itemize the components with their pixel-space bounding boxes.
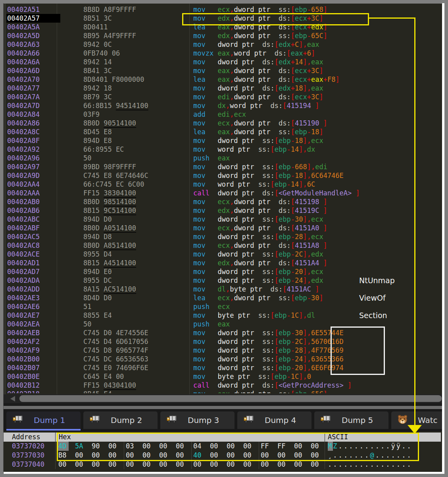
instruction-token: eax bbox=[217, 128, 230, 136]
disasm-row[interactable]: 00402A6D8B41 3Cmov eax,dword ptr ds:[ecx… bbox=[4, 66, 443, 75]
instruction-token: eax bbox=[311, 75, 323, 83]
instruction-token: - bbox=[291, 215, 295, 223]
disasm-row[interactable]: 00402A8F894D E8mov dword ptr ss:[ebp-18]… bbox=[4, 136, 443, 145]
disasm-row[interactable]: 00402A9DC745 E8 6E74646Cmov dword ptr ss… bbox=[4, 171, 443, 180]
instruction-token: ] bbox=[303, 276, 307, 284]
disasm-row[interactable]: 00402A868B0D 90514100mov ecx,dword ptr d… bbox=[4, 119, 443, 127]
disasm-row[interactable]: 00402AC88B0D A8514100mov ecx,dword ptr d… bbox=[4, 241, 443, 250]
hex-byte[interactable]: 00 bbox=[125, 460, 136, 469]
hex-byte[interactable]: 00 bbox=[242, 460, 254, 469]
instruction-token: [ bbox=[275, 364, 279, 372]
instruction-cell: mov dword ptr ss:[ebp-18],ecx bbox=[193, 136, 323, 145]
disasm-row[interactable]: 00402AA466:C745 EC 6C00mov word ptr ss:[… bbox=[4, 180, 443, 189]
hex-byte[interactable]: 00 bbox=[276, 460, 288, 469]
disasm-row[interactable]: 00402A9266:8955 ECmov word ptr ss:[ebp-1… bbox=[4, 145, 443, 154]
underlined-bytes: 04304100 bbox=[104, 381, 136, 389]
instruction-token: 14 bbox=[291, 145, 299, 153]
disasm-row[interactable]: 00402ACE8955 D4mov dword ptr ss:[ebp-2C]… bbox=[4, 250, 443, 259]
disasm-row[interactable]: 00402AE38D4D D0lea ecx,dword ptr ss:[ebp… bbox=[4, 294, 443, 302]
disasm-row[interactable]: 00402ADD8A15 AC514100mov dl,byte ptr ds:… bbox=[4, 285, 443, 294]
hex-byte[interactable]: 00 bbox=[107, 460, 119, 469]
hex-byte[interactable]: 00 bbox=[158, 460, 169, 469]
instruction-cell: mov dword ptr ss:[ebp-668],edi bbox=[193, 162, 327, 171]
instruction-token: ebp bbox=[279, 250, 291, 258]
bytes-cell: 8B8D A8F9FFFF bbox=[83, 5, 136, 14]
disasm-row[interactable]: 00402ABC894D D0mov dword ptr ss:[ebp-30]… bbox=[4, 215, 443, 224]
instruction-token: [ bbox=[275, 268, 279, 276]
hex-byte[interactable]: 00 bbox=[293, 460, 304, 469]
ascii-char: . bbox=[407, 460, 412, 469]
disasm-row[interactable]: 00402A9789BD 98F9FFFFmov dword ptr ss:[e… bbox=[4, 162, 443, 171]
disasm-row[interactable]: 00402ABF8B0D A0514100mov ecx,dword ptr d… bbox=[4, 224, 443, 232]
disasm-row[interactable]: 00402AB08B0D 98514100mov ecx,dword ptr d… bbox=[4, 197, 443, 206]
instruction-token: <GetProcAddress> bbox=[279, 381, 348, 389]
disasm-row[interactable]: 00402A638942 0Cmov dword ptr ds:[edx+C],… bbox=[4, 40, 443, 49]
disasm-row[interactable]: 00402A778942 18mov dword ptr ds:[edx+18]… bbox=[4, 84, 443, 93]
disasm-row[interactable]: 00402B188B45 E4mov eax,dword ptr ss:[ebp… bbox=[4, 390, 443, 393]
hex-byte[interactable]: 00 bbox=[57, 460, 69, 469]
instruction-token: mov bbox=[193, 241, 217, 249]
instruction-token: [ bbox=[291, 224, 295, 232]
hex-byte[interactable]: 00 bbox=[175, 460, 186, 469]
disasm-row[interactable]: 00402AD18B15 A4514100mov edx,dword ptr d… bbox=[4, 259, 443, 267]
dump-row[interactable]: 0373704000000000000000000000000000000000… bbox=[4, 460, 443, 469]
instruction-token: dword ptr bbox=[217, 276, 262, 284]
disasm-row[interactable]: 00402AE651push ecx bbox=[4, 302, 443, 311]
address-cell: 00402A5D bbox=[7, 31, 58, 40]
disasm-row[interactable]: 00402AAAFF15 38304100call dword ptr ds:[… bbox=[4, 189, 443, 197]
instruction-token: ebp bbox=[279, 355, 291, 363]
disasm-row[interactable]: 00402AD7894D E0mov dword ptr ss:[ebp-20]… bbox=[4, 267, 443, 276]
hex-byte[interactable]: 00 bbox=[209, 460, 220, 469]
hex-byte[interactable]: 00 bbox=[225, 460, 237, 469]
tab-dump-4[interactable]: Dump 4 bbox=[237, 411, 311, 429]
instruction-token: - bbox=[307, 294, 311, 302]
instruction-token: push bbox=[193, 320, 217, 328]
disasm-row[interactable]: 00402A9650push eax bbox=[4, 154, 443, 162]
hex-byte[interactable]: 00 bbox=[310, 460, 321, 469]
disasm-row[interactable]: 00402A7A8B79 3Cmov edi,dword ptr ds:[ecx… bbox=[4, 93, 443, 101]
horizontal-scrollbar[interactable] bbox=[4, 394, 443, 403]
hex-byte[interactable]: 00 bbox=[192, 460, 204, 469]
tab-dump-2[interactable]: Dump 2 bbox=[83, 411, 158, 429]
hex-byte[interactable]: 00 bbox=[260, 460, 271, 469]
disasm-row[interactable]: 00402A518B8D A8F9FFFFmov ecx,dword ptr s… bbox=[4, 5, 443, 14]
scroll-thumb[interactable] bbox=[19, 395, 442, 402]
disasm-row[interactable]: 00402A7D66:8B15 94514100mov dx,word ptr … bbox=[4, 101, 443, 110]
disasm-row[interactable]: 00402A708D8401 F8000000lea eax,dword ptr… bbox=[4, 75, 443, 84]
instruction-token: - bbox=[291, 172, 295, 180]
disasm-row[interactable]: 00402A8403F9add edi,ecx bbox=[4, 110, 443, 119]
instruction-token: ebp bbox=[279, 329, 291, 337]
tab-dump-1[interactable]: Dump 1 bbox=[6, 411, 81, 429]
instruction-cell: mov dword ptr ss:[ebp-30],6E55744E bbox=[193, 328, 344, 337]
disasm-row[interactable]: 00402AB68B15 9C514100mov edx,dword ptr d… bbox=[4, 206, 443, 215]
disasm-row[interactable]: 00402B12FF15 04304100call dword ptr ds:[… bbox=[4, 381, 443, 390]
instruction-token: ecx bbox=[217, 6, 230, 14]
scroll-left-icon[interactable] bbox=[10, 396, 15, 402]
hex-byte[interactable]: 00 bbox=[74, 460, 85, 469]
tab-dump-5[interactable]: Dump 5 bbox=[314, 411, 388, 429]
instruction-token: ] bbox=[303, 355, 307, 363]
address-cell: 00402AD7 bbox=[7, 267, 58, 276]
ascii-cell[interactable]: ................ bbox=[328, 460, 412, 469]
disasm-row[interactable]: 00402A6A8942 14mov dword ptr ds:[edx+14]… bbox=[4, 58, 443, 66]
ascii-char: . bbox=[381, 460, 386, 469]
instruction-token: 2C bbox=[295, 250, 303, 258]
tab-dump-3[interactable]: Dump 3 bbox=[160, 411, 235, 429]
disasm-row[interactable]: 00402AE78855 E4mov byte ptr ss:[ebp-1C],… bbox=[4, 311, 443, 320]
instruction-token: ] bbox=[323, 224, 327, 232]
disasm-row[interactable]: 00402ADA8955 DCmov dword ptr ss:[ebp-24]… bbox=[4, 276, 443, 285]
hex-byte[interactable]: 00 bbox=[90, 460, 102, 469]
disasm-row[interactable]: 00402A5D8B95 A4F9FFFFmov edx,dword ptr s… bbox=[4, 31, 443, 40]
ascii-char: . bbox=[386, 460, 391, 469]
hex-byte[interactable]: 00 bbox=[141, 460, 153, 469]
disasm-row[interactable]: 00402AC5894D D8mov dword ptr ss:[ebp-28]… bbox=[4, 232, 443, 241]
instruction-token: 6 bbox=[307, 49, 311, 57]
instruction-token: , bbox=[230, 390, 234, 393]
disasm-row[interactable]: 00402A8C8D45 E8lea eax,dword ptr ss:[ebp… bbox=[4, 127, 443, 136]
panel-splitter[interactable] bbox=[4, 406, 443, 409]
instruction-token: , bbox=[230, 198, 234, 206]
bytes-cell: 8955 D4 bbox=[83, 250, 112, 259]
disasm-row[interactable]: 00402A660FB740 06movzx eax,word ptr ds:[… bbox=[4, 49, 443, 58]
address-cell: 00402AE7 bbox=[7, 311, 58, 320]
instruction-token: mov bbox=[193, 198, 217, 206]
